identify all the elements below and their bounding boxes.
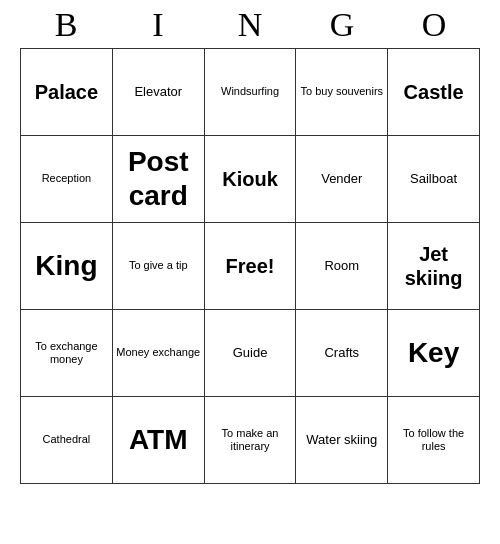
bingo-grid: PalaceElevatorWindsurfingTo buy souvenir… bbox=[20, 48, 480, 484]
cell-r1-c3: Vender bbox=[296, 136, 388, 223]
cell-r2-c3: Room bbox=[296, 223, 388, 310]
cell-r3-c0: To exchange money bbox=[21, 310, 113, 397]
letter-o: O bbox=[388, 6, 480, 44]
cell-r4-c3: Water skiing bbox=[296, 397, 388, 484]
cell-r4-c4: To follow the rules bbox=[388, 397, 480, 484]
cell-r2-c2: Free! bbox=[204, 223, 296, 310]
cell-r4-c0: Cathedral bbox=[21, 397, 113, 484]
letter-n: N bbox=[204, 6, 296, 44]
cell-r3-c1: Money exchange bbox=[112, 310, 204, 397]
cell-r0-c1: Elevator bbox=[112, 49, 204, 136]
cell-r0-c0: Palace bbox=[21, 49, 113, 136]
cell-r0-c2: Windsurfing bbox=[204, 49, 296, 136]
cell-r4-c1: ATM bbox=[112, 397, 204, 484]
bingo-title: B I N G O bbox=[20, 6, 480, 44]
letter-b: B bbox=[20, 6, 112, 44]
cell-r3-c2: Guide bbox=[204, 310, 296, 397]
letter-g: G bbox=[296, 6, 388, 44]
cell-r4-c2: To make an itinerary bbox=[204, 397, 296, 484]
cell-r2-c1: To give a tip bbox=[112, 223, 204, 310]
cell-r3-c4: Key bbox=[388, 310, 480, 397]
cell-r0-c3: To buy souvenirs bbox=[296, 49, 388, 136]
cell-r2-c0: King bbox=[21, 223, 113, 310]
cell-r1-c1: Post card bbox=[112, 136, 204, 223]
cell-r0-c4: Castle bbox=[388, 49, 480, 136]
cell-r1-c0: Reception bbox=[21, 136, 113, 223]
cell-r2-c4: Jet skiing bbox=[388, 223, 480, 310]
cell-r1-c4: Sailboat bbox=[388, 136, 480, 223]
letter-i: I bbox=[112, 6, 204, 44]
cell-r3-c3: Crafts bbox=[296, 310, 388, 397]
cell-r1-c2: Kiouk bbox=[204, 136, 296, 223]
